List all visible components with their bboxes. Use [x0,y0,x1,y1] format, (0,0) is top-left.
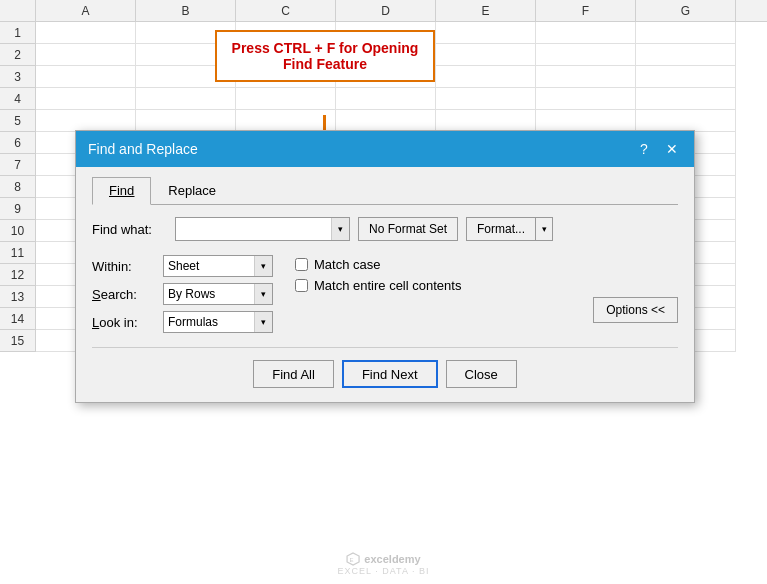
look-in-label: Look in: [92,315,157,330]
look-in-row: Look in: Formulas Values Notes ▾ [92,311,273,333]
col-header-e: E [436,0,536,21]
row-header-5: 5 [0,110,35,132]
within-row: Within: Sheet Workbook ▾ [92,255,273,277]
options-left: Within: Sheet Workbook ▾ Search: [92,255,273,333]
close-button[interactable]: Close [446,360,517,388]
col-header-c: C [236,0,336,21]
match-entire-label: Match entire cell contents [314,278,461,293]
search-row: Search: By Rows By Columns ▾ [92,283,273,305]
within-arrow-icon: ▾ [254,256,272,276]
format-button[interactable]: Format... [467,218,536,240]
find-what-label: Find what: [92,222,167,237]
grid-row [36,88,767,110]
exceldemy-icon: E [346,552,360,566]
no-format-button[interactable]: No Format Set [358,217,458,241]
row-header-2: 2 [0,44,35,66]
find-all-button[interactable]: Find All [253,360,334,388]
tab-replace-label: Replace [168,183,216,198]
search-arrow-icon: ▾ [254,284,272,304]
dialog-titlebar: Find and Replace ? ✕ [76,131,694,167]
row-header-4: 4 [0,88,35,110]
look-in-select[interactable]: Formulas Values Notes [164,312,254,332]
find-replace-dialog: Find and Replace ? ✕ Find Replace Find w… [75,130,695,403]
svg-text:E: E [350,557,354,563]
row-header-14: 14 [0,308,35,330]
col-header-f: F [536,0,636,21]
titlebar-buttons: ? ✕ [634,139,682,159]
tab-find[interactable]: Find [92,177,151,205]
row-header-10: 10 [0,220,35,242]
match-case-row: Match case [295,257,461,272]
close-x-button[interactable]: ✕ [662,139,682,159]
format-btn-wrapper: Format... ▾ [466,217,553,241]
dialog-body: Find Replace Find what: ▾ No Format Set … [76,167,694,402]
watermark: E exceldemy EXCEL · DATA · BI [338,552,430,576]
look-in-arrow-icon: ▾ [254,312,272,332]
within-label: Within: [92,259,157,274]
find-input-wrapper: ▾ [175,217,350,241]
row-header-8: 8 [0,176,35,198]
row-header-7: 7 [0,154,35,176]
dialog-title: Find and Replace [88,141,198,157]
search-select-wrapper: By Rows By Columns ▾ [163,283,273,305]
tab-replace[interactable]: Replace [151,177,233,204]
watermark-sub: EXCEL · DATA · BI [338,566,430,576]
look-in-select-wrapper: Formulas Values Notes ▾ [163,311,273,333]
row-header-3: 3 [0,66,35,88]
find-dropdown-button[interactable]: ▾ [331,218,349,240]
options-area: Within: Sheet Workbook ▾ Search: [92,255,678,333]
within-select[interactable]: Sheet Workbook [164,256,254,276]
annotation-text: Press CTRL + F for Opening Find Feature [232,40,419,72]
tab-find-label: Find [109,183,134,198]
find-what-row: Find what: ▾ No Format Set Format... ▾ [92,217,678,241]
col-header-a: A [36,0,136,21]
checkboxes: Match case Match entire cell contents [295,257,461,293]
find-next-button[interactable]: Find Next [342,360,438,388]
watermark-name: exceldemy [364,553,420,565]
row-header-11: 11 [0,242,35,264]
row-header-15: 15 [0,330,35,352]
search-select[interactable]: By Rows By Columns [164,284,254,304]
dialog-footer: Find All Find Next Close [92,347,678,388]
format-dropdown-button[interactable]: ▾ [536,218,552,240]
match-case-label: Match case [314,257,380,272]
row-header-12: 12 [0,264,35,286]
options-button[interactable]: Options << [593,297,678,323]
grid-row [36,110,767,132]
match-case-checkbox[interactable] [295,258,308,271]
row-header-6: 6 [0,132,35,154]
dialog-tabs: Find Replace [92,177,678,205]
col-header-d: D [336,0,436,21]
match-entire-row: Match entire cell contents [295,278,461,293]
help-button[interactable]: ? [634,139,654,159]
col-header-b: B [136,0,236,21]
row-header-1: 1 [0,22,35,44]
match-entire-checkbox[interactable] [295,279,308,292]
options-right: Options << [593,255,678,323]
row-header-9: 9 [0,198,35,220]
search-label: Search: [92,287,157,302]
within-select-wrapper: Sheet Workbook ▾ [163,255,273,277]
col-header-g: G [636,0,736,21]
annotation-box: Press CTRL + F for Opening Find Feature [215,30,435,82]
find-input[interactable] [176,218,331,240]
row-header-13: 13 [0,286,35,308]
